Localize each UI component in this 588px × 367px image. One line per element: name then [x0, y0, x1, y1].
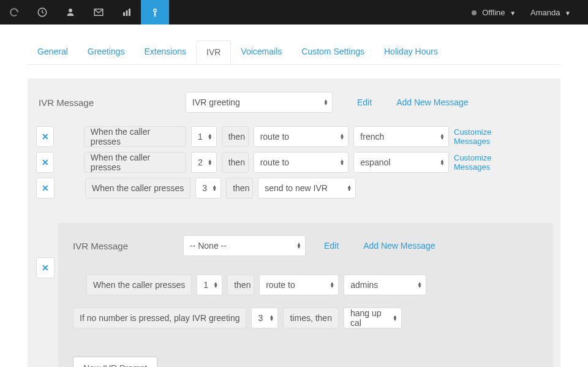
stepper-icon — [296, 243, 301, 249]
user-dropdown[interactable]: Amanda ▼ — [530, 8, 571, 17]
nested-ivr-message-title: IVR Message — [73, 241, 171, 251]
tab-general[interactable]: General — [28, 40, 78, 64]
remove-nested-button[interactable]: ✕ — [36, 257, 55, 278]
press-label: When the caller presses — [84, 126, 186, 147]
tabs: General Greetings Extensions IVR Voicema… — [28, 40, 560, 65]
digit-select[interactable]: 1 — [197, 274, 222, 295]
nested-edit-link[interactable]: Edit — [324, 241, 339, 251]
press-label: When the caller presses — [86, 274, 192, 295]
target-select[interactable]: admins — [344, 274, 426, 295]
tab-extensions[interactable]: Extensions — [135, 40, 196, 64]
person-icon[interactable] — [56, 0, 85, 25]
tab-holiday-hours[interactable]: Holiday Hours — [374, 40, 448, 64]
stepper-icon — [339, 134, 344, 140]
ivr-message-title: IVR Message — [39, 97, 161, 108]
no-input-mid: times, then — [283, 308, 338, 328]
then-label: then — [222, 126, 249, 147]
stepper-icon — [208, 159, 213, 165]
tab-ivr[interactable]: IVR — [196, 40, 231, 64]
stepper-icon — [208, 134, 213, 140]
no-input-prefix: If no number is pressed, play IVR greeti… — [73, 308, 246, 328]
status-label: Offline — [482, 8, 505, 17]
clock-icon[interactable] — [28, 0, 56, 25]
then-label: then — [227, 274, 254, 295]
action-select[interactable]: route to — [254, 126, 349, 147]
nested-panel: IVR Message -- None -- Edit Add New Mess… — [58, 223, 553, 367]
digit-select[interactable]: 1 — [191, 126, 217, 147]
ivr-message-row: IVR Message IVR greeting Edit Add New Me… — [28, 92, 560, 113]
topbar-left — [0, 0, 169, 25]
press-label: When the caller presses — [84, 152, 186, 173]
edit-link[interactable]: Edit — [357, 97, 372, 107]
then-label: then — [222, 152, 249, 173]
stepper-icon — [213, 282, 218, 288]
bars-icon[interactable] — [113, 0, 141, 25]
digit-select[interactable]: 2 — [191, 152, 217, 173]
new-ivr-prompt-button[interactable]: New IVR Prompt — [73, 357, 157, 367]
ivr-panel: IVR Message IVR greeting Edit Add New Me… — [28, 78, 560, 367]
ivr-greeting-select[interactable]: IVR greeting — [186, 92, 333, 113]
customize-link[interactable]: Customize Messages — [454, 153, 549, 172]
remove-rule-button[interactable]: ✕ — [36, 178, 55, 199]
action-select[interactable]: route to — [254, 152, 349, 173]
ivr-rule-row: ✕ When the caller presses 3 then send to… — [28, 173, 560, 199]
tab-voicemails[interactable]: Voicemails — [231, 40, 292, 64]
tab-custom-settings[interactable]: Custom Settings — [292, 40, 374, 64]
stepper-icon — [347, 185, 352, 191]
svg-rect-1 — [123, 12, 125, 16]
nested-greeting-select[interactable]: -- None -- — [183, 235, 306, 256]
digit-select[interactable]: 3 — [195, 178, 221, 199]
nested-ivr: ✕ IVR Message -- None -- Edit Add New Me… — [28, 223, 560, 367]
nested-ivr-message-row: IVR Message -- None -- Edit Add New Mess… — [69, 235, 542, 256]
action-select[interactable]: send to new IVR — [258, 178, 356, 199]
add-message-link[interactable]: Add New Message — [396, 97, 469, 107]
stepper-icon — [393, 315, 398, 321]
topbar-right: Offline ▼ Amanda ▼ — [472, 0, 588, 25]
nested-add-message-link[interactable]: Add New Message — [363, 241, 435, 251]
chevron-down-icon: ▼ — [565, 10, 571, 17]
stepper-icon — [417, 282, 422, 288]
target-select[interactable]: espanol — [353, 152, 449, 173]
stepper-icon — [440, 134, 445, 140]
customize-link[interactable]: Customize Messages — [454, 127, 549, 146]
no-input-action-select[interactable]: hang up cal — [344, 308, 402, 328]
ivr-rule-row: ✕ When the caller presses 2 then route t… — [28, 147, 560, 173]
no-input-row: If no number is pressed, play IVR greeti… — [73, 308, 542, 328]
press-label: When the caller presses — [85, 178, 190, 199]
target-select[interactable]: french — [353, 126, 449, 147]
stepper-icon — [330, 282, 334, 288]
chevron-down-icon: ▼ — [510, 10, 516, 17]
stepper-icon — [339, 159, 344, 165]
mail-icon[interactable] — [85, 0, 113, 25]
svg-point-4 — [154, 9, 157, 12]
stepper-icon — [270, 315, 274, 321]
tab-greetings[interactable]: Greetings — [78, 40, 135, 64]
user-label: Amanda — [530, 8, 560, 17]
remove-rule-button[interactable]: ✕ — [36, 152, 54, 173]
ivr-greeting-value: IVR greeting — [192, 97, 240, 107]
action-select[interactable]: route to — [259, 274, 339, 295]
status-dropdown[interactable]: Offline ▼ — [472, 8, 516, 17]
key-icon[interactable] — [141, 0, 169, 25]
page: General Greetings Extensions IVR Voicema… — [0, 40, 588, 367]
ivr-rule-row: ✕ When the caller presses 1 then route t… — [28, 121, 560, 147]
nested-rule-row: When the caller presses 1 then route to … — [86, 274, 542, 295]
svg-rect-2 — [126, 10, 128, 16]
svg-rect-3 — [129, 9, 130, 16]
repeat-count-select[interactable]: 3 — [251, 308, 278, 328]
stepper-icon — [212, 185, 217, 191]
stepper-icon — [323, 99, 328, 105]
logo-icon[interactable] — [0, 0, 28, 25]
then-label: then — [226, 178, 253, 199]
stepper-icon — [440, 159, 445, 165]
remove-rule-button[interactable]: ✕ — [36, 126, 54, 147]
topbar: Offline ▼ Amanda ▼ — [0, 0, 588, 25]
status-dot-icon — [472, 10, 477, 15]
